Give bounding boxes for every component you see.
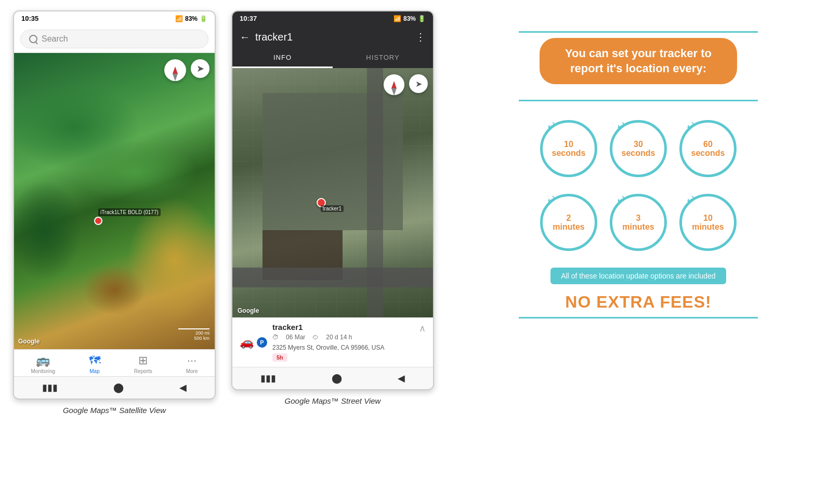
android2-back-btn[interactable]: ◀ [398, 373, 405, 384]
tabs-row: INFO HISTORY [232, 48, 433, 68]
phone2-time: 10:37 [240, 15, 257, 22]
circle-10min-number: 10 [692, 214, 724, 223]
android2-recent-btn[interactable]: ▮▮▮ [260, 373, 276, 384]
aerial-map-inner: tracker1 ➤ Google [232, 68, 433, 317]
satellite-map-inner: ➤ iTrack1LTE BOLD (0177) Google 200 mi 5… [14, 53, 215, 349]
android-nav-2: ▮▮▮ ⬤ ◀ [232, 367, 433, 389]
circle-30sec-text: 30 seconds [622, 140, 655, 158]
google-watermark: Google [18, 338, 40, 345]
tab-info[interactable]: INFO [232, 48, 333, 68]
circle-30sec: ↩ 30 seconds [610, 120, 667, 177]
phone2-screen: 10:37 📶 83% 🔋 ← tracker1 ⋮ INFO HISTORY [231, 10, 434, 390]
nav-icon: ➤ [196, 63, 204, 74]
phone1-status-bar: 10:35 📶 83% 🔋 [14, 11, 215, 25]
chevron-up-icon[interactable]: ∧ [419, 323, 426, 334]
circle-30sec-outer: ↩ 30 seconds [610, 120, 667, 177]
circle-10sec: ↩ 10 seconds [540, 120, 597, 177]
compass-needle [173, 67, 178, 74]
circle-10sec-outer: ↩ 10 seconds [540, 120, 597, 177]
nav-monitoring[interactable]: 🚌 Monitoring [31, 354, 55, 374]
android-recent-btn[interactable]: ▮▮▮ [42, 382, 58, 393]
circle-10sec-text: 10 seconds [552, 140, 586, 158]
android-back-btn[interactable]: ◀ [179, 382, 187, 393]
road-vertical [367, 68, 383, 317]
time-badge: 5h [272, 353, 287, 362]
circles-row-2: ↩ 2 minutes ↩ 3 minutes [540, 194, 737, 251]
circle-60sec-outer: ↩ 60 seconds [679, 120, 737, 177]
scale-label1: 200 mi [178, 330, 209, 336]
bottom-nav: 🚌 Monitoring 🗺 Map ⊞ Reports ··· More [14, 349, 215, 376]
search-input-wrapper[interactable]: Search [20, 30, 208, 48]
back-button[interactable]: ← [240, 31, 250, 43]
car-marker [94, 217, 102, 225]
circle-3min-arrow: ↩ [614, 192, 628, 207]
circle-2min-number: 2 [553, 214, 584, 223]
aerial-compass-button[interactable] [384, 74, 404, 95]
circle-3min-text: 3 minutes [622, 214, 654, 232]
android2-home-btn[interactable]: ⬤ [332, 373, 342, 384]
info-panel: 🚗 P tracker1 ⏱ 06 Mar ⏲ 20 d 14 h 232 [232, 317, 433, 367]
compass-button[interactable] [164, 59, 186, 81]
phone2-signal-icon: 📶 [393, 15, 401, 22]
top-teal-line [519, 31, 758, 33]
info-top: 🚗 P tracker1 ⏱ 06 Mar ⏲ 20 d 14 h 232 [240, 323, 426, 362]
circle-10min-text: 10 minutes [692, 214, 724, 232]
mid-teal-line [519, 100, 758, 101]
circle-60sec-text: 60 seconds [691, 140, 725, 158]
signal-icon: 📶 [175, 15, 183, 22]
circle-10min: ↩ 10 minutes [679, 194, 737, 251]
phone2-container: 10:37 📶 83% 🔋 ← tracker1 ⋮ INFO HISTORY [229, 10, 437, 405]
map-scale: 200 mi 500 km [178, 328, 209, 341]
circle-10min-unit: minutes [692, 222, 724, 232]
phone2-battery-icon: 🔋 [418, 15, 426, 22]
nav-map[interactable]: 🗺 Map [89, 354, 100, 374]
circle-2min-arrow: ↩ [544, 192, 558, 207]
main-container: 10:35 📶 83% 🔋 Search [10, 10, 830, 415]
scale-bar [178, 328, 209, 329]
reports-icon: ⊞ [138, 354, 148, 367]
duration-label: 20 d 14 h [326, 334, 352, 341]
navigation-button[interactable]: ➤ [191, 59, 209, 78]
tracker-meta: ⏱ 06 Mar ⏲ 20 d 14 h [272, 334, 384, 341]
included-banner: All of these location update options are… [550, 268, 726, 284]
circle-10min-outer: ↩ 10 minutes [679, 194, 737, 251]
satellite-map: ➤ iTrack1LTE BOLD (0177) Google 200 mi 5… [14, 53, 215, 349]
aerial-map: tracker1 ➤ Google [232, 68, 433, 317]
info-left: 🚗 P tracker1 ⏱ 06 Mar ⏲ 20 d 14 h 232 [240, 323, 384, 362]
circle-60sec-arrow: ↩ [684, 118, 698, 134]
map-label: Map [89, 368, 99, 374]
car-icon: 🚗 [240, 336, 254, 349]
map-icon: 🗺 [89, 354, 100, 367]
reports-label: Reports [134, 368, 152, 374]
nav-more[interactable]: ··· More [186, 354, 198, 374]
monitoring-icon: 🚌 [36, 354, 50, 367]
circle-60sec-number: 60 [691, 140, 725, 149]
aerial-nav-button[interactable]: ➤ [409, 74, 428, 93]
aerial-nav-icon: ➤ [415, 79, 422, 89]
aerial-google-watermark: Google [238, 307, 259, 314]
circle-3min-number: 3 [622, 214, 654, 223]
search-placeholder: Search [42, 34, 68, 44]
circle-2min-text: 2 minutes [553, 214, 584, 232]
circle-30sec-arrow: ↩ [614, 118, 628, 134]
circles-row-1: ↩ 10 seconds ↩ 30 seconds [540, 120, 737, 177]
p-badge: P [257, 337, 267, 348]
nav-reports[interactable]: ⊞ Reports [134, 354, 152, 374]
circle-3min-outer: ↩ 3 minutes [610, 194, 667, 251]
more-label: More [186, 368, 198, 374]
clock-icon: ⏱ [272, 334, 279, 341]
graphic-title-box: You can set your tracker to report it's … [540, 38, 737, 84]
road-horizontal [232, 268, 433, 287]
circle-60sec: ↩ 60 seconds [679, 120, 737, 177]
android-home-btn[interactable]: ⬤ [113, 382, 124, 393]
phone2-status-bar: 10:37 📶 83% 🔋 [232, 11, 433, 25]
tab-history[interactable]: HISTORY [333, 48, 433, 68]
circle-2min-outer: ↩ 2 minutes [540, 194, 597, 251]
more-menu-icon[interactable]: ⋮ [415, 31, 426, 43]
tracker-info: tracker1 ⏱ 06 Mar ⏲ 20 d 14 h 2325 Myers… [272, 323, 384, 362]
bottom-teal-line [519, 317, 758, 319]
tracker-name-label: tracker1 [272, 323, 384, 331]
scale-label2: 500 km [178, 336, 209, 341]
timer-icon: ⏲ [312, 334, 319, 341]
search-bar[interactable]: Search [14, 25, 215, 53]
